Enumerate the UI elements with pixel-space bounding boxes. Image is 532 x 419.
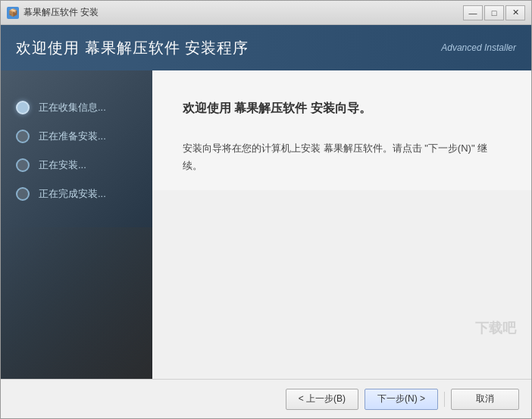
step-collect: 正在收集信息... [1, 93, 152, 122]
title-bar: 📦 幕果解压软件 安装 — □ ✕ [1, 1, 531, 25]
next-button[interactable]: 下一步(N) > [365, 389, 438, 410]
step-prepare: 正在准备安装... [1, 122, 152, 151]
welcome-body: 安装向导将在您的计算机上安装 幕果解压软件。请点击 "下一步(N)" 继续。 [183, 139, 501, 175]
maximize-button[interactable]: □ [484, 5, 504, 20]
installer-title: 欢迎使用 幕果解压软件 安装程序 [16, 38, 249, 58]
brand-label: Advanced Installer [441, 42, 516, 53]
step-collect-indicator [16, 101, 30, 114]
window-controls: — □ ✕ [463, 5, 525, 20]
minimize-button[interactable]: — [463, 5, 483, 20]
step-collect-label: 正在收集信息... [39, 101, 106, 114]
app-icon: 📦 [7, 7, 19, 19]
step-finish-label: 正在完成安装... [39, 187, 106, 201]
main-content: 正在收集信息... 正在准备安装... 正在安装... 正在完成安装... 欢迎… [1, 70, 531, 379]
cancel-button[interactable]: 取消 [451, 389, 519, 410]
step-install: 正在安装... [1, 151, 152, 180]
footer-bar: < 上一步(B) 下一步(N) > 取消 [1, 379, 531, 418]
close-button[interactable]: ✕ [505, 5, 525, 20]
step-install-label: 正在安装... [39, 158, 86, 172]
installer-window: 📦 幕果解压软件 安装 — □ ✕ 欢迎使用 幕果解压软件 安装程序 Advan… [0, 0, 532, 419]
window-title: 幕果解压软件 安装 [23, 6, 463, 19]
steps-sidebar: 正在收集信息... 正在准备安装... 正在安装... 正在完成安装... [1, 70, 152, 379]
step-install-indicator [16, 158, 30, 172]
step-prepare-indicator [16, 130, 30, 143]
header-bar: 欢迎使用 幕果解压软件 安装程序 Advanced Installer [1, 25, 531, 70]
content-panel: 欢迎使用 幕果解压软件 安装向导。 安装向导将在您的计算机上安装 幕果解压软件。… [152, 70, 531, 190]
content-area: 欢迎使用 幕果解压软件 安装向导。 安装向导将在您的计算机上安装 幕果解压软件。… [152, 70, 531, 379]
step-finish: 正在完成安装... [1, 180, 152, 208]
step-prepare-label: 正在准备安装... [39, 130, 106, 143]
footer-separator [444, 392, 445, 407]
watermark-text: 下载吧 [475, 319, 516, 337]
welcome-heading: 欢迎使用 幕果解压软件 安装向导。 [183, 101, 501, 117]
step-finish-indicator [16, 187, 30, 201]
back-button[interactable]: < 上一步(B) [286, 389, 358, 410]
